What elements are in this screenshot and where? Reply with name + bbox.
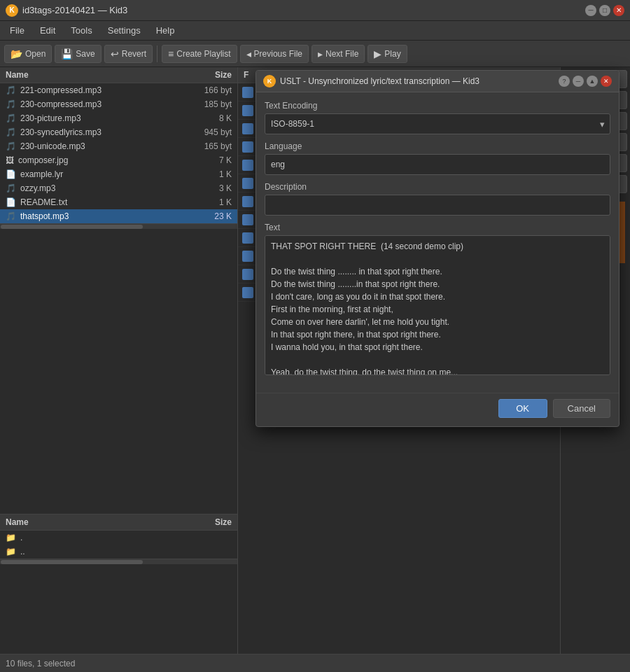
dialog-title-controls: ? ─ ▲ ✕ [559,76,612,87]
file-list-item[interactable]: 🖼composer.jpg7 K [0,153,237,167]
next-file-button[interactable]: ▸ Next File [312,45,365,63]
title-bar-left: K id3tags-20140421 — Kid3 [6,4,127,17]
horizontal-scrollbar-bottom[interactable] [0,559,237,564]
create-playlist-button[interactable]: ≡ Create Playlist [162,45,237,63]
file-name: 230-unicode.mp3 [20,141,176,151]
open-icon: 📂 [10,48,22,59]
file-type-icon: 📄 [6,169,16,179]
scrollbar-thumb-bottom [1,560,143,564]
tag-indicator [242,214,253,225]
file-name: 221-compressed.mp3 [20,85,176,95]
menu-settings[interactable]: Settings [101,23,148,38]
col-name-label: Name [6,70,176,80]
description-input[interactable] [265,195,610,216]
status-text: 10 files, 1 selected [6,659,75,668]
file-list-item[interactable]: 📄README.txt1 K [0,195,237,209]
file-name: 230-picture.mp3 [20,113,176,123]
play-icon: ▶ [374,48,382,59]
maximize-button[interactable]: □ [599,5,610,16]
cancel-button[interactable]: Cancel [553,399,610,418]
text-encoding-select-wrap: ISO-8859-1 UTF-8 UTF-16 [265,113,610,134]
file-list-item[interactable]: 🎵230-compressed.mp3185 byt [0,97,237,111]
file-size: 8 K [176,113,232,123]
file-size: 166 byt [176,85,232,95]
file-type-icon: 🎵 [6,141,16,151]
previous-file-button[interactable]: ◂ Previous File [240,45,309,63]
tag-indicator [242,141,253,153]
dialog-maximize-button[interactable]: ▲ [587,76,598,87]
file-name: composer.jpg [18,155,176,165]
file-list-item[interactable]: 🎵230-picture.mp38 K [0,111,237,125]
tag-indicator [242,196,253,207]
revert-icon: ↩ [111,48,119,59]
save-button[interactable]: 💾 Save [55,45,101,63]
text-encoding-select[interactable]: ISO-8859-1 UTF-8 UTF-16 [265,113,610,134]
dir-list-item[interactable]: 📁. [0,531,237,545]
language-input[interactable] [265,154,610,175]
menu-file[interactable]: File [3,23,31,38]
toolbar-separator [157,46,158,62]
ok-button[interactable]: OK [498,399,547,418]
file-list-item[interactable]: 🎵221-compressed.mp3166 byt [0,83,237,97]
app-logo: K [6,4,18,17]
dialog-footer: OK Cancel [256,393,619,426]
file-size: 7 K [176,155,232,165]
dialog-close-button[interactable]: ✕ [601,76,612,87]
tag-indicator [242,178,253,189]
file-type-icon: 🎵 [6,113,16,123]
description-label: Description [265,182,610,192]
menu-help[interactable]: Help [149,23,182,38]
file-type-icon: 🎵 [6,127,16,137]
file-list-item[interactable]: 🎵230-syncedlyrics.mp3945 byt [0,125,237,139]
tag-indicator [242,287,253,298]
file-name: ozzy.mp3 [20,183,176,193]
col-size-bottom-label: Size [176,517,232,527]
file-panel-bottom: Name Size 📁.📁.. [0,514,237,654]
open-button[interactable]: 📂 Open [4,45,52,63]
play-button[interactable]: ▶ Play [368,45,407,63]
file-type-icon: 🎵 [6,211,16,221]
scrollbar-thumb [1,225,143,229]
description-field: Description [265,182,610,216]
minimize-button[interactable]: ─ [585,5,596,16]
dialog-title-text: USLT - Unsynchronized lyric/text transcr… [280,76,479,86]
title-bar-controls: ─ □ ✕ [585,5,624,16]
file-list-item[interactable]: 🎵ozzy.mp33 K [0,181,237,195]
dialog-help-button[interactable]: ? [559,76,570,87]
file-list-top: 🎵221-compressed.mp3166 byt🎵230-compresse… [0,83,237,223]
file-size: 185 byt [176,99,232,109]
title-bar: K id3tags-20140421 — Kid3 ─ □ ✕ [0,0,630,21]
language-field: Language [265,141,610,175]
menu-edit[interactable]: Edit [33,23,62,38]
text-encoding-label: Text Encoding [265,101,610,111]
app-title: id3tags-20140421 — Kid3 [22,5,127,15]
file-size: 1 K [176,169,232,179]
file-list-bottom: 📁.📁.. [0,531,237,559]
language-label: Language [265,141,610,151]
horizontal-scrollbar-top[interactable] [0,223,237,229]
text-textarea[interactable] [265,235,610,375]
file-name: example.lyr [20,169,176,179]
toolbar: 📂 Open 💾 Save ↩ Revert ≡ Create Playlist… [0,41,630,67]
close-button[interactable]: ✕ [613,5,624,16]
next-icon: ▸ [318,48,323,59]
file-name: thatspot.mp3 [20,211,176,221]
file-list-item[interactable]: 🎵thatspot.mp323 K [0,209,237,223]
dialog-logo: K [263,75,276,88]
menu-tools[interactable]: Tools [64,23,99,38]
file-size: 3 K [176,183,232,193]
prev-icon: ◂ [246,48,251,59]
dir-icon: 📁 [6,533,16,542]
file-name: 230-compressed.mp3 [20,99,176,109]
file-list-item[interactable]: 🎵230-unicode.mp3165 byt [0,139,237,153]
revert-button[interactable]: ↩ Revert [104,45,153,63]
playlist-icon: ≡ [168,48,174,59]
dir-name: .. [20,547,176,556]
file-list-item[interactable]: 📄example.lyr1 K [0,167,237,181]
dir-list-item[interactable]: 📁.. [0,545,237,559]
file-size: 23 K [176,211,232,221]
tag-indicator [242,232,253,244]
dialog-body: Text Encoding ISO-8859-1 UTF-8 UTF-16 La… [256,92,619,393]
dialog-minimize-button[interactable]: ─ [573,76,584,87]
text-encoding-field: Text Encoding ISO-8859-1 UTF-8 UTF-16 [265,101,610,134]
